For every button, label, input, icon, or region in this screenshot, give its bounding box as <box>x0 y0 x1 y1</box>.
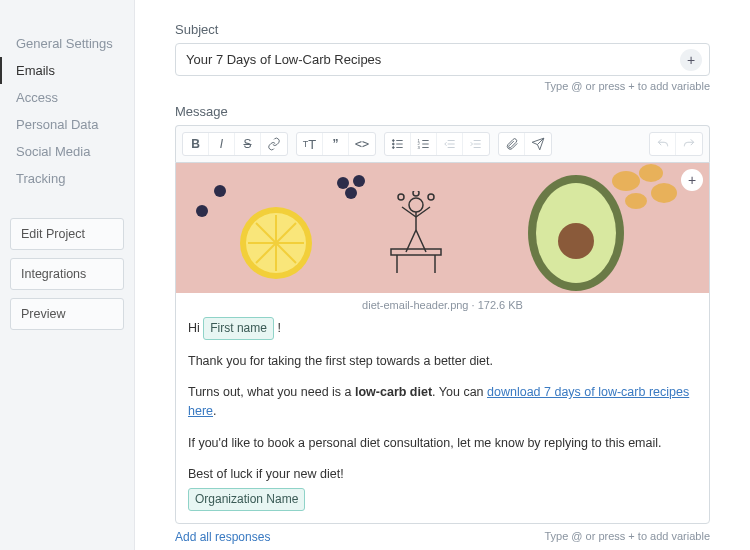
svg-point-0 <box>392 140 394 142</box>
edit-project-button[interactable]: Edit Project <box>10 218 124 250</box>
indent-button[interactable] <box>463 133 489 155</box>
svg-point-28 <box>345 187 357 199</box>
svg-point-42 <box>625 193 647 209</box>
editor-toolbar: B I S TT ” <> 123 <box>175 125 710 162</box>
message-hint: Type @ or press + to add variable <box>544 530 710 544</box>
textsize-button[interactable]: TT <box>297 133 323 155</box>
nav-social-media[interactable]: Social Media <box>0 138 124 165</box>
numbered-list-button[interactable]: 123 <box>411 133 437 155</box>
sidebar: General Settings Emails Access Personal … <box>0 0 135 550</box>
svg-point-41 <box>651 183 677 203</box>
italic-button[interactable]: I <box>209 133 235 155</box>
svg-point-29 <box>409 198 423 212</box>
integrations-button[interactable]: Integrations <box>10 258 124 290</box>
svg-text:3: 3 <box>417 145 420 150</box>
svg-point-4 <box>392 147 394 149</box>
greeting-suffix: ! <box>274 321 281 335</box>
send-button[interactable] <box>525 133 551 155</box>
nav-tracking[interactable]: Tracking <box>0 165 124 192</box>
svg-point-2 <box>392 143 394 145</box>
svg-point-38 <box>558 223 594 259</box>
preview-button[interactable]: Preview <box>10 298 124 330</box>
svg-point-26 <box>337 177 349 189</box>
message-label: Message <box>175 104 710 119</box>
svg-point-18 <box>196 205 208 217</box>
nav-personal-data[interactable]: Personal Data <box>0 111 124 138</box>
nav-general-settings[interactable]: General Settings <box>0 30 124 57</box>
svg-point-33 <box>398 194 404 200</box>
nav-emails[interactable]: Emails <box>0 57 124 84</box>
bold-text: low-carb diet <box>355 385 432 399</box>
orgname-variable-chip[interactable]: Organization Name <box>188 488 305 511</box>
svg-point-27 <box>353 175 365 187</box>
paragraph-4: Best of luck if your new diet! <box>188 465 697 484</box>
code-button[interactable]: <> <box>349 133 375 155</box>
firstname-variable-chip[interactable]: First name <box>203 317 274 340</box>
nav-access[interactable]: Access <box>0 84 124 111</box>
message-body[interactable]: Hi First name ! Thank you for taking the… <box>176 317 709 523</box>
svg-point-35 <box>428 194 434 200</box>
paragraph-2: Turns out, what you need is a low-carb d… <box>188 383 697 422</box>
attachment-button[interactable] <box>499 133 525 155</box>
svg-rect-30 <box>391 249 441 255</box>
svg-point-19 <box>214 185 226 197</box>
paragraph-3: If you'd like to book a personal diet co… <box>188 434 697 453</box>
undo-button[interactable] <box>650 133 676 155</box>
bulleted-list-button[interactable] <box>385 133 411 155</box>
bold-button[interactable]: B <box>183 133 209 155</box>
outdent-button[interactable] <box>437 133 463 155</box>
subject-input[interactable] <box>175 43 710 76</box>
paragraph-1: Thank you for taking the first step towa… <box>188 352 697 371</box>
svg-point-39 <box>612 171 640 191</box>
subject-hint: Type @ or press + to add variable <box>175 80 710 92</box>
strike-button[interactable]: S <box>235 133 261 155</box>
svg-point-40 <box>639 164 663 182</box>
main-panel: Subject + Type @ or press + to add varia… <box>135 0 750 550</box>
add-all-responses-link[interactable]: Add all responses <box>175 530 270 544</box>
subject-label: Subject <box>175 22 710 37</box>
link-button[interactable] <box>261 133 287 155</box>
redo-button[interactable] <box>676 133 702 155</box>
subject-add-variable-button[interactable]: + <box>680 49 702 71</box>
email-hero-image: + <box>176 163 709 293</box>
greeting-prefix: Hi <box>188 321 203 335</box>
hero-caption: diet-email-header.png · 172.6 KB <box>176 293 709 317</box>
quote-button[interactable]: ” <box>323 133 349 155</box>
message-editor[interactable]: + diet-email-header.png · 172.6 KB Hi Fi… <box>175 162 710 524</box>
svg-point-34 <box>413 191 419 196</box>
